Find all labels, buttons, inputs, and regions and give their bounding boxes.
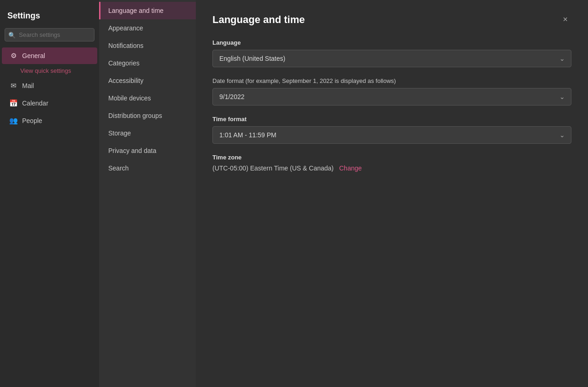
sidebar-item-label: People: [22, 117, 42, 124]
time-format-select-wrapper: 1:01 AM - 11:59 PM 13:01 - 23:59 ⌄: [212, 126, 571, 144]
search-input[interactable]: [5, 28, 94, 41]
middle-panel: Language and time Appearance Notificatio…: [99, 0, 196, 387]
timezone-value: (UTC-05:00) Eastern Time (US & Canada): [212, 164, 334, 172]
date-format-select[interactable]: 9/1/2022 1/9/2022 2022/9/1 September 1, …: [212, 88, 571, 106]
time-zone-group: Time zone (UTC-05:00) Eastern Time (US &…: [212, 154, 571, 172]
middle-item-accessibility[interactable]: Accessibility: [99, 72, 196, 89]
middle-item-appearance[interactable]: Appearance: [99, 19, 196, 37]
view-quick-settings-link[interactable]: View quick settings: [0, 64, 99, 77]
page-title: Language and time: [212, 14, 305, 26]
main-header: Language and time ×: [212, 13, 571, 26]
language-select[interactable]: English (United States) English (United …: [212, 50, 571, 67]
language-select-wrapper: English (United States) English (United …: [212, 50, 571, 67]
change-timezone-link[interactable]: Change: [339, 164, 362, 172]
time-format-group: Time format 1:01 AM - 11:59 PM 13:01 - 2…: [212, 116, 571, 144]
mail-icon: ✉: [9, 82, 18, 90]
gear-icon: ⚙: [9, 52, 18, 60]
language-label: Language: [212, 39, 571, 46]
sidebar-item-calendar[interactable]: 📅 Calendar: [2, 95, 97, 111]
search-icon: 🔍: [8, 31, 16, 38]
close-button[interactable]: ×: [559, 13, 571, 26]
middle-item-distribution-groups[interactable]: Distribution groups: [99, 107, 196, 124]
timezone-row: (UTC-05:00) Eastern Time (US & Canada) C…: [212, 164, 571, 172]
middle-item-storage[interactable]: Storage: [99, 124, 196, 142]
sidebar: Settings 🔍 ⚙ General View quick settings…: [0, 0, 99, 387]
middle-item-categories[interactable]: Categories: [99, 54, 196, 72]
time-format-select[interactable]: 1:01 AM - 11:59 PM 13:01 - 23:59: [212, 126, 571, 144]
sidebar-item-label: General: [22, 52, 45, 59]
main-content: Language and time × Language English (Un…: [196, 0, 588, 387]
language-group: Language English (United States) English…: [212, 39, 571, 67]
calendar-icon: 📅: [9, 99, 18, 107]
people-icon: 👥: [9, 117, 18, 125]
sidebar-item-people[interactable]: 👥 People: [2, 112, 97, 129]
date-format-group: Date format (for example, September 1, 2…: [212, 77, 571, 106]
time-format-label: Time format: [212, 116, 571, 123]
sidebar-item-label: Calendar: [22, 100, 48, 107]
date-format-select-wrapper: 9/1/2022 1/9/2022 2022/9/1 September 1, …: [212, 88, 571, 106]
date-format-label: Date format (for example, September 1, 2…: [212, 77, 571, 84]
middle-item-mobile-devices[interactable]: Mobile devices: [99, 89, 196, 107]
time-zone-label: Time zone: [212, 154, 571, 161]
sidebar-item-label: Mail: [22, 82, 34, 89]
middle-item-privacy-and-data[interactable]: Privacy and data: [99, 142, 196, 159]
middle-item-language-and-time[interactable]: Language and time: [99, 2, 196, 19]
app-title: Settings: [0, 5, 99, 28]
sidebar-item-mail[interactable]: ✉ Mail: [2, 77, 97, 94]
middle-item-notifications[interactable]: Notifications: [99, 37, 196, 54]
sidebar-item-general[interactable]: ⚙ General: [2, 47, 97, 64]
middle-item-search[interactable]: Search: [99, 159, 196, 177]
search-box[interactable]: 🔍: [5, 28, 94, 41]
